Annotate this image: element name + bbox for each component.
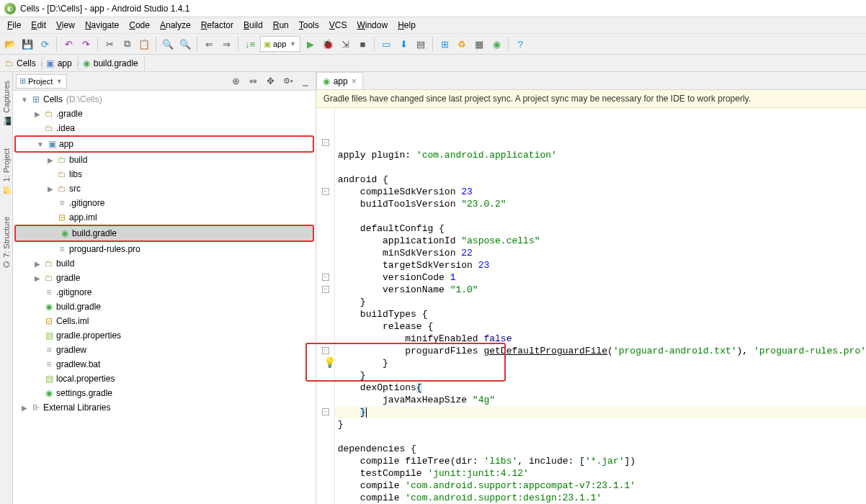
android-icon2[interactable]: ◉ [489, 37, 504, 51]
paste-icon[interactable]: 📋 [137, 37, 151, 51]
debug-icon[interactable]: 🐞 [321, 37, 335, 51]
redo-icon[interactable]: ↷ [79, 37, 93, 51]
tree-node[interactable]: 🗀libs [13, 167, 316, 181]
sidetab-structure[interactable]: ⌬7: Structure [0, 212, 12, 272]
code-line[interactable]: versionName "1.0" [338, 284, 866, 296]
replace-icon[interactable]: 🔍 [178, 37, 192, 51]
fold-icon[interactable]: − [322, 139, 329, 146]
tree-node[interactable]: ▼⊞Cells(D:\Cells) [13, 92, 316, 107]
code-line[interactable]: dependencies { [338, 443, 866, 455]
menu-help[interactable]: Help [393, 19, 420, 32]
tree-node[interactable]: ▶🗀.gradle [13, 107, 316, 121]
target-icon[interactable]: ✥ [264, 74, 278, 89]
code-line[interactable]: defaultConfig { [338, 222, 866, 235]
code-line[interactable]: dexOptions{ [338, 382, 866, 394]
menu-tools[interactable]: Tools [295, 19, 323, 32]
code-line[interactable]: buildTypes { [338, 308, 866, 320]
close-icon[interactable]: × [352, 76, 357, 86]
tree-node[interactable]: ▼▣app [16, 137, 313, 151]
stop-icon[interactable]: ■ [355, 37, 370, 51]
sync-gradle-icon[interactable]: ♻ [455, 37, 469, 51]
menu-window[interactable]: Window [352, 19, 392, 32]
cut-icon[interactable]: ✂ [102, 37, 117, 51]
menu-file[interactable]: File [3, 19, 25, 32]
hide-icon[interactable]: ⎯ [298, 74, 313, 89]
code-editor[interactable]: apply plugin: 'com.android.application' … [316, 108, 866, 504]
code-line[interactable] [338, 161, 866, 174]
code-line[interactable]: compile 'com.android.support:design:23.1… [338, 492, 866, 504]
code-line[interactable] [338, 210, 866, 222]
undo-icon[interactable]: ↶ [61, 37, 76, 51]
sync-icon[interactable]: ⟳ [37, 37, 52, 51]
run-config-combo[interactable]: ▣ app ▼ [260, 36, 300, 52]
crumb-build.gradle[interactable]: ◉build.gradle [79, 56, 145, 71]
tree-node[interactable]: ▶🗀build [13, 256, 316, 271]
open-icon[interactable]: 📂 [3, 37, 17, 51]
fold-icon[interactable]: − [322, 274, 329, 281]
tree-node[interactable]: ≡proguard-rules.pro [13, 242, 316, 256]
tree-node[interactable]: ▶🗀src [13, 181, 316, 196]
tree-node[interactable]: 🗀.idea [13, 121, 316, 135]
tree-node[interactable]: ≡gradlew [13, 343, 316, 357]
tree-node[interactable]: ⊟app.iml [13, 210, 316, 225]
code-line[interactable]: } [316, 406, 866, 418]
code-line[interactable]: compile 'com.android.support:appcompat-v… [338, 480, 866, 492]
code-line[interactable]: compile fileTree(dir: 'libs', include: [… [338, 455, 866, 467]
menu-vcs[interactable]: VCS [325, 19, 352, 32]
tree-node[interactable]: ◉build.gradle [13, 300, 316, 314]
tree-node[interactable]: ▤gradle.properties [13, 328, 316, 343]
sidetab-project[interactable]: 📁1: Project [0, 144, 12, 198]
code-line[interactable]: } [338, 296, 866, 308]
proj-structure-icon[interactable]: ⊞ [437, 37, 452, 51]
code-line[interactable]: buildToolsVersion "23.0.2" [338, 198, 866, 210]
code-line[interactable]: } [338, 418, 866, 431]
tree-node[interactable]: ▶⊪External Libraries [13, 400, 316, 415]
monitor-icon[interactable]: ▤ [414, 37, 428, 51]
expand-icon[interactable]: ⇔ [246, 74, 261, 89]
attach-icon[interactable]: ⇲ [338, 37, 352, 51]
menu-code[interactable]: Code [125, 19, 154, 32]
code-line[interactable]: testCompile 'junit:junit:4.12' [338, 467, 866, 480]
back-icon[interactable]: ⇐ [202, 37, 216, 51]
save-icon[interactable]: 💾 [20, 37, 35, 51]
run-icon[interactable]: ▶ [303, 37, 318, 51]
forward-icon[interactable]: ⇒ [219, 37, 233, 51]
tree-node[interactable]: ◉build.gradle [16, 226, 313, 240]
code-line[interactable]: targetSdkVersion 23 [338, 259, 866, 271]
avdm-icon[interactable]: ▭ [379, 37, 393, 51]
find-icon[interactable]: 🔍 [161, 37, 175, 51]
help-icon[interactable]: ? [513, 37, 527, 51]
code-line[interactable] [338, 431, 866, 443]
sidetab-captures[interactable]: 📷Captures [0, 76, 12, 130]
menu-edit[interactable]: Edit [27, 19, 50, 32]
tree-node[interactable]: ⊟Cells.iml [13, 314, 316, 328]
tree-node[interactable]: ▤local.properties [13, 372, 316, 386]
menu-refactor[interactable]: Refactor [197, 19, 238, 32]
tree-node[interactable]: ▶🗀gradle [13, 271, 316, 285]
menu-run[interactable]: Run [269, 19, 293, 32]
code-line[interactable]: minSdkVersion 22 [338, 247, 866, 259]
menu-analyze[interactable]: Analyze [156, 19, 195, 32]
collapse-icon[interactable]: ⊕ [229, 74, 244, 89]
code-line[interactable]: release { [338, 320, 866, 333]
project-tree[interactable]: ▼⊞Cells(D:\Cells)▶🗀.gradle🗀.idea▼▣app▶🗀b… [13, 91, 316, 504]
code-line[interactable]: android { [338, 174, 866, 186]
menu-view[interactable]: View [52, 19, 79, 32]
code-line[interactable]: versionCode 1 [338, 271, 866, 284]
fold-icon[interactable]: − [322, 188, 329, 195]
code-line[interactable]: apply plugin: 'com.android.application' [338, 149, 866, 161]
code-line[interactable]: applicationId "aspose.cells" [338, 235, 866, 247]
code-line[interactable]: javaMaxHeapSize "4g" [338, 394, 866, 406]
tree-node[interactable]: ◉settings.gradle [13, 386, 316, 400]
make-icon[interactable]: ↓≡ [243, 37, 257, 51]
tree-node[interactable]: ▶🗀build [13, 153, 316, 167]
menu-navigate[interactable]: Navigate [81, 19, 123, 32]
sync-banner[interactable]: Gradle files have changed since last pro… [316, 90, 866, 108]
crumb-app[interactable]: ▣app [43, 56, 79, 71]
tree-node[interactable]: ≡gradlew.bat [13, 357, 316, 372]
settings-icon[interactable]: ⚙▾ [281, 74, 295, 89]
tree-node[interactable]: ≡.gitignore [13, 196, 316, 210]
copy-icon[interactable]: ⧉ [120, 37, 134, 51]
fold-icon[interactable]: − [322, 408, 329, 415]
sdkm-icon[interactable]: ⬇ [396, 37, 411, 51]
